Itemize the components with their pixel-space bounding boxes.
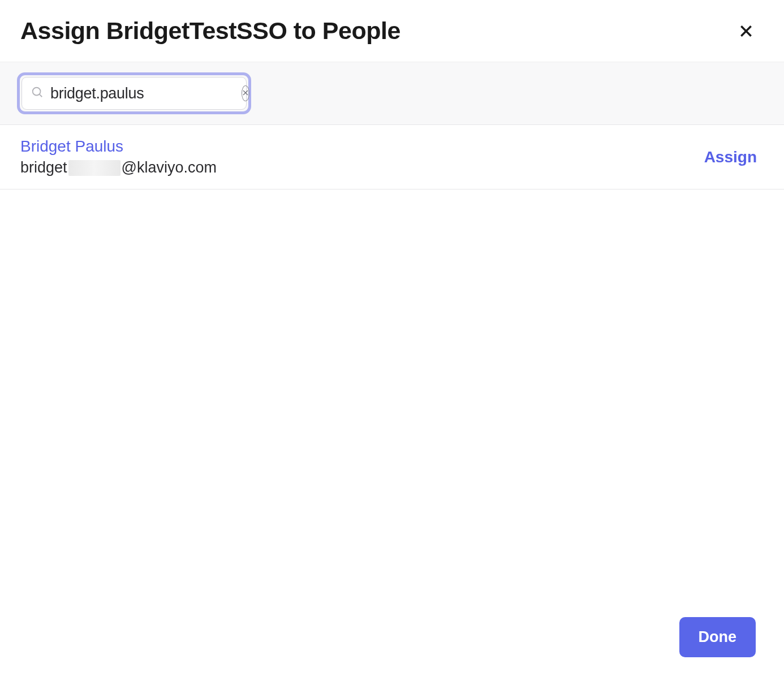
result-row: Bridget Paulus bridget @klaviyo.com Assi… [0,125,784,189]
dialog-footer: Done [679,617,756,657]
result-info: Bridget Paulus bridget @klaviyo.com [20,137,217,176]
result-email: bridget @klaviyo.com [20,159,217,176]
dialog-title: Assign BridgetTestSSO to People [20,17,400,45]
assign-button[interactable]: Assign [704,148,757,166]
email-suffix: @klaviyo.com [122,159,217,176]
results-list: Bridget Paulus bridget @klaviyo.com Assi… [0,125,784,189]
svg-line-3 [40,94,42,97]
search-icon [31,86,44,101]
close-button[interactable] [735,20,757,44]
search-bar [0,62,784,125]
clear-search-button[interactable] [242,85,249,101]
clear-icon [242,88,249,98]
done-button[interactable]: Done [679,617,756,657]
svg-point-2 [33,88,41,96]
search-box [21,77,247,110]
email-prefix: bridget [20,159,67,176]
result-name-link[interactable]: Bridget Paulus [20,137,217,156]
close-icon [739,31,753,40]
search-input[interactable] [50,85,242,102]
dialog-header: Assign BridgetTestSSO to People [0,0,784,62]
search-focus-ring [17,72,251,114]
redacted-segment [68,160,120,176]
